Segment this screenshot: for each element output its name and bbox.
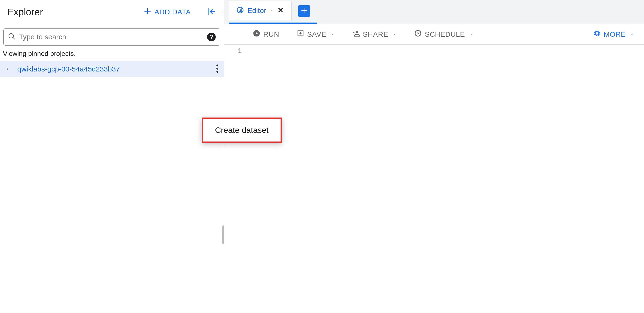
tab-editor[interactable]: Editor xyxy=(229,1,292,20)
plus-icon xyxy=(144,7,152,17)
project-actions-button[interactable] xyxy=(214,63,220,76)
tab-active-indicator xyxy=(229,22,317,24)
search-wrap: ? xyxy=(0,24,224,48)
collapse-icon xyxy=(207,13,216,17)
main-panel: Editor RUN xyxy=(224,0,644,313)
divider xyxy=(200,5,200,19)
search-field[interactable]: ? xyxy=(3,28,220,46)
svg-point-8 xyxy=(356,31,358,33)
tab-close-button[interactable] xyxy=(277,7,284,14)
pinned-projects-message: Viewing pinned projects. xyxy=(0,48,224,61)
explorer-sidebar: Explorer ADD DATA ? xyxy=(0,0,224,313)
collapse-sidebar-button[interactable] xyxy=(204,4,219,20)
schedule-label: SCHEDULE xyxy=(425,30,465,38)
search-icon xyxy=(8,33,19,41)
tab-dropdown-icon[interactable] xyxy=(270,8,274,13)
plus-icon xyxy=(300,7,308,15)
more-button[interactable]: MORE xyxy=(593,29,634,39)
new-tab-button[interactable] xyxy=(298,5,310,17)
project-name: qwiklabs-gcp-00-54a45d233b37 xyxy=(12,65,214,73)
chevron-down-icon xyxy=(468,30,474,38)
chevron-down-icon xyxy=(629,30,634,38)
sidebar-header: Explorer ADD DATA xyxy=(0,0,224,24)
run-label: RUN xyxy=(263,30,279,38)
create-dataset-menu-item[interactable]: Create dataset xyxy=(215,126,268,135)
gear-icon xyxy=(593,29,601,39)
chevron-down-icon xyxy=(391,30,397,38)
expand-caret-icon[interactable] xyxy=(3,67,12,71)
save-label: SAVE xyxy=(307,30,326,38)
search-help-button[interactable]: ? xyxy=(207,33,216,41)
sidebar-title: Explorer xyxy=(7,7,138,17)
search-input[interactable] xyxy=(19,33,207,41)
save-button[interactable]: SAVE xyxy=(297,29,335,39)
person-add-icon xyxy=(352,29,360,39)
add-data-button[interactable]: ADD DATA xyxy=(138,5,196,19)
app-root: Explorer ADD DATA ? xyxy=(0,0,644,313)
tab-label: Editor xyxy=(248,6,266,15)
more-label: MORE xyxy=(604,30,626,38)
schedule-button[interactable]: SCHEDULE xyxy=(414,29,474,39)
svg-rect-6 xyxy=(242,8,242,12)
code-editor[interactable]: 1 xyxy=(224,45,644,313)
context-menu: Create dataset xyxy=(202,118,282,143)
line-number: 1 xyxy=(224,47,242,55)
query-toolbar: RUN SAVE SHARE SCHEDULE xyxy=(224,24,644,45)
save-icon xyxy=(297,29,304,39)
svg-rect-4 xyxy=(239,11,240,12)
play-icon xyxy=(253,29,260,39)
project-row[interactable]: qwiklabs-gcp-00-54a45d233b37 xyxy=(0,61,224,77)
code-area[interactable] xyxy=(248,45,644,313)
svg-rect-5 xyxy=(240,9,241,12)
share-button[interactable]: SHARE xyxy=(352,29,397,39)
svg-point-1 xyxy=(216,68,218,70)
question-icon: ? xyxy=(210,34,213,40)
run-button[interactable]: RUN xyxy=(253,29,279,39)
share-label: SHARE xyxy=(363,30,388,38)
more-vert-icon xyxy=(216,69,218,73)
chevron-down-icon xyxy=(329,30,335,38)
add-data-label: ADD DATA xyxy=(154,8,191,16)
tab-bar: Editor xyxy=(224,0,644,24)
line-gutter: 1 xyxy=(224,45,248,313)
clock-icon xyxy=(414,29,422,39)
svg-point-0 xyxy=(216,64,218,66)
svg-point-2 xyxy=(216,71,218,73)
query-icon xyxy=(236,6,244,15)
